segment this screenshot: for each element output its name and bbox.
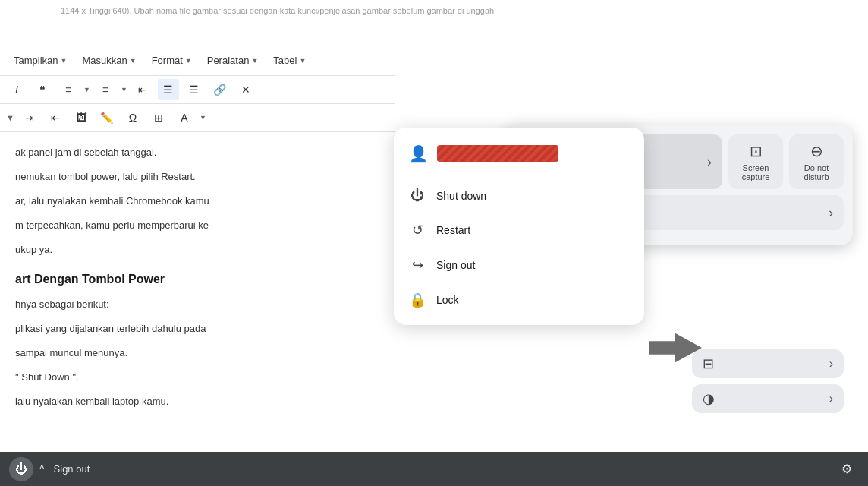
quote-button[interactable]: ❝ bbox=[32, 79, 53, 100]
menu-format[interactable]: Format ▼ bbox=[146, 52, 198, 69]
doc-heading: art Dengan Tombol Power bbox=[15, 269, 379, 289]
font-color-chevron-icon: ▼ bbox=[200, 114, 206, 122]
list2-button[interactable]: ≡ bbox=[95, 79, 116, 100]
center-align-button[interactable]: ☰ bbox=[158, 79, 179, 100]
chevron-down-icon: ▼ bbox=[61, 57, 68, 65]
qs-right-icon-row-2[interactable]: ◑ › bbox=[692, 384, 844, 413]
list-button[interactable]: ≡ bbox=[58, 79, 79, 100]
user-name-redacted bbox=[437, 145, 558, 162]
bluetooth-chevron-icon: › bbox=[829, 205, 833, 221]
lock-icon: 🔒 bbox=[409, 292, 426, 308]
taskbar-left: ⏻ ^ Sign out bbox=[9, 457, 90, 481]
restart-icon: ↺ bbox=[409, 222, 426, 238]
table-button[interactable]: ⊞ bbox=[148, 107, 169, 128]
clear-format-button[interactable]: ✕ bbox=[235, 79, 256, 100]
wifi-chevron-icon: › bbox=[707, 154, 712, 170]
taskbar-signout-label: Sign out bbox=[54, 463, 90, 475]
nightlight-icon: ◑ bbox=[703, 390, 715, 407]
watermark-text: 1144 x Tinggi 640). Ubah nama file gamba… bbox=[61, 6, 494, 15]
doc-line-10: lalu nyalakan kembali laptop kamu. bbox=[15, 393, 379, 410]
restart-button[interactable]: ↺ Restart bbox=[394, 213, 644, 248]
qs-right-icons: ⊟ › ◑ › bbox=[692, 349, 844, 413]
menu-divider bbox=[394, 175, 644, 175]
do-not-disturb-label: Do not disturb bbox=[794, 163, 839, 181]
lock-button[interactable]: 🔒 Lock bbox=[394, 282, 644, 317]
omega-button[interactable]: Ω bbox=[122, 107, 143, 128]
doc-line-2: nemukan tombol power, lalu pilih Restart… bbox=[15, 169, 379, 185]
doc-line-6: hnya sebagai berikut: bbox=[15, 296, 379, 313]
doc-line-4: m terpecahkan, kamu perlu memperbarui ke bbox=[15, 217, 379, 234]
taskbar: ⏻ ^ Sign out ⚙ bbox=[0, 452, 868, 486]
nightlight-chevron-icon: › bbox=[829, 392, 833, 406]
list-chevron-icon: ▼ bbox=[83, 86, 90, 93]
doc-line-3: ar, lalu nyalakan kembali Chromebook kam… bbox=[15, 193, 379, 210]
chevron-down-icon: ▼ bbox=[185, 57, 192, 65]
doc-content: ak panel jam di sebelah tanggal. nemukan… bbox=[0, 132, 395, 430]
menu-peralatan[interactable]: Peralatan ▼ bbox=[201, 52, 265, 69]
toolbar-row1: I ❝ ≡ ▼ ≡ ▼ ⇤ ☰ ☰ 🔗 ✕ bbox=[0, 76, 395, 104]
align-right-button[interactable]: ☰ bbox=[184, 79, 205, 100]
link-button[interactable]: 🔗 bbox=[209, 79, 231, 100]
power-menu: 👤 ⏻ Shut down ↺ Restart ↪ Sign out 🔒 Loc… bbox=[394, 128, 644, 325]
doc-line-7: plikasi yang dijalankan terlebih dahulu … bbox=[15, 320, 379, 337]
doc-line-8: sampai muncul menunya. bbox=[15, 345, 379, 361]
taskbar-chevron-icon[interactable]: ^ bbox=[39, 463, 45, 475]
screen-capture-button[interactable]: ⊡ Screen capture bbox=[728, 134, 783, 189]
lock-label: Lock bbox=[436, 294, 459, 306]
outdent2-button[interactable]: ⇤ bbox=[45, 107, 66, 128]
shutdown-icon: ⏻ bbox=[409, 188, 426, 204]
user-avatar-icon: 👤 bbox=[409, 144, 428, 163]
list2-chevron-icon: ▼ bbox=[121, 86, 127, 93]
italic-button[interactable]: I bbox=[6, 79, 27, 100]
indent-button[interactable]: ⇥ bbox=[19, 107, 40, 128]
draw-button[interactable]: ✏️ bbox=[96, 107, 118, 128]
doc-line-9: " Shut Down ". bbox=[15, 369, 379, 386]
chevron-down-icon: ▼ bbox=[130, 57, 137, 65]
screen-capture-icon: ⊡ bbox=[750, 142, 763, 160]
taskbar-power-button[interactable]: ⏻ bbox=[9, 457, 33, 481]
chevron-down-icon: ▼ bbox=[299, 57, 306, 65]
outdent-button[interactable]: ⇤ bbox=[132, 79, 153, 100]
menu-masukkan[interactable]: Masukkan ▼ bbox=[76, 52, 142, 69]
restart-label: Restart bbox=[436, 224, 470, 236]
chevron-down-icon: ▼ bbox=[251, 57, 258, 65]
menu-bar: Tampilkan ▼ Masukkan ▼ Format ▼ Peralata… bbox=[0, 46, 395, 76]
image-button[interactable]: 🖼 bbox=[71, 107, 92, 128]
svg-marker-0 bbox=[649, 333, 702, 363]
doc-line-1: ak panel jam di sebelah tanggal. bbox=[15, 144, 379, 161]
screen-capture-label: Screen capture bbox=[733, 163, 778, 181]
shutdown-label: Shut down bbox=[436, 190, 486, 202]
taskbar-settings-button[interactable]: ⚙ bbox=[835, 457, 859, 481]
signout-icon: ↪ bbox=[409, 257, 426, 273]
signout-label: Sign out bbox=[436, 259, 475, 271]
signout-button[interactable]: ↪ Sign out bbox=[394, 248, 644, 282]
doc-line-5: ukup ya. bbox=[15, 241, 379, 258]
arrow-icon bbox=[649, 333, 702, 363]
font-color-button[interactable]: A bbox=[174, 107, 195, 128]
subtitle-chevron-icon: › bbox=[829, 357, 833, 371]
qs-right-icon-row-1[interactable]: ⊟ › bbox=[692, 349, 844, 378]
taskbar-right: ⚙ bbox=[835, 457, 859, 481]
subtitle-icon: ⊟ bbox=[703, 355, 714, 372]
do-not-disturb-button[interactable]: ⊖ Do not disturb bbox=[789, 134, 844, 189]
shutdown-button[interactable]: ⏻ Shut down bbox=[394, 178, 644, 213]
editor-area: Tampilkan ▼ Masukkan ▼ Format ▼ Peralata… bbox=[0, 46, 395, 486]
arrow-annotation bbox=[649, 333, 702, 366]
do-not-disturb-icon: ⊖ bbox=[810, 142, 823, 160]
pm-user-row: 👤 bbox=[394, 135, 644, 172]
toolbar-row2: ▼ ⇥ ⇤ 🖼 ✏️ Ω ⊞ A ▼ bbox=[0, 104, 395, 132]
menu-tabel[interactable]: Tabel ▼ bbox=[267, 52, 312, 69]
menu-tampilkan[interactable]: Tampilkan ▼ bbox=[8, 52, 73, 69]
dropdown-arrow-icon: ▼ bbox=[6, 113, 14, 122]
